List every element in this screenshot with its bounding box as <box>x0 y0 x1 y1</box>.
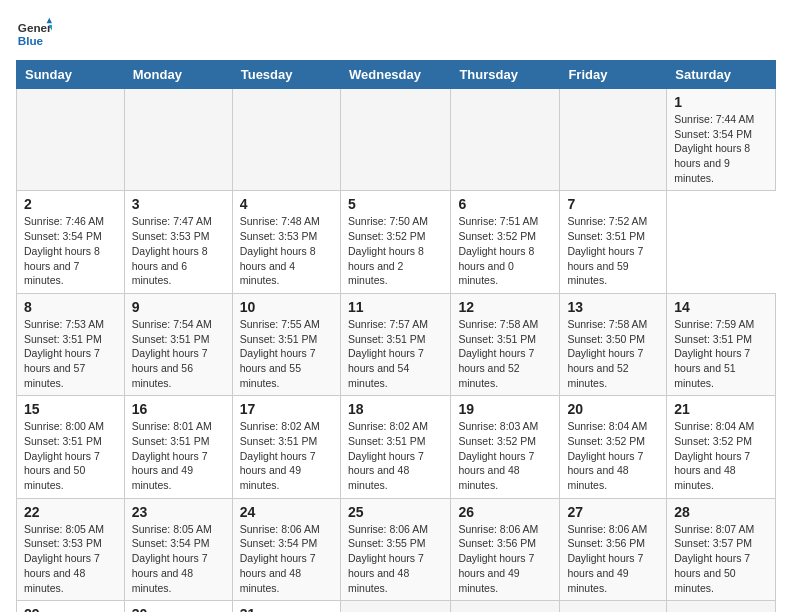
calendar-day: 7 Sunrise: 7:52 AMSunset: 3:51 PMDayligh… <box>560 191 667 293</box>
day-info: Sunrise: 7:50 AMSunset: 3:52 PMDaylight … <box>348 215 428 286</box>
day-number: 6 <box>458 196 552 212</box>
calendar-day: 22 Sunrise: 8:05 AMSunset: 3:53 PMDaylig… <box>17 498 125 600</box>
logo-icon: General Blue <box>16 16 52 52</box>
calendar-day: 13 Sunrise: 7:58 AMSunset: 3:50 PMDaylig… <box>560 293 667 395</box>
calendar-week: 2 Sunrise: 7:46 AMSunset: 3:54 PMDayligh… <box>17 191 776 293</box>
header-row: SundayMondayTuesdayWednesdayThursdayFrid… <box>17 61 776 89</box>
calendar-day: 4 Sunrise: 7:48 AMSunset: 3:53 PMDayligh… <box>232 191 340 293</box>
calendar-day: 14 Sunrise: 7:59 AMSunset: 3:51 PMDaylig… <box>667 293 776 395</box>
calendar-day: 3 Sunrise: 7:47 AMSunset: 3:53 PMDayligh… <box>124 191 232 293</box>
calendar-week: 8 Sunrise: 7:53 AMSunset: 3:51 PMDayligh… <box>17 293 776 395</box>
day-info: Sunrise: 7:57 AMSunset: 3:51 PMDaylight … <box>348 318 428 389</box>
day-number: 2 <box>24 196 117 212</box>
calendar-day: 23 Sunrise: 8:05 AMSunset: 3:54 PMDaylig… <box>124 498 232 600</box>
day-number: 30 <box>132 606 225 612</box>
day-number: 22 <box>24 504 117 520</box>
col-header-monday: Monday <box>124 61 232 89</box>
day-info: Sunrise: 8:04 AMSunset: 3:52 PMDaylight … <box>567 420 647 491</box>
header: General Blue <box>16 16 776 52</box>
col-header-sunday: Sunday <box>17 61 125 89</box>
col-header-saturday: Saturday <box>667 61 776 89</box>
calendar-body: 1 Sunrise: 7:44 AMSunset: 3:54 PMDayligh… <box>17 89 776 613</box>
day-number: 15 <box>24 401 117 417</box>
day-number: 21 <box>674 401 768 417</box>
calendar-day: 16 Sunrise: 8:01 AMSunset: 3:51 PMDaylig… <box>124 396 232 498</box>
calendar-day: 30 Sunrise: 8:07 AMSunset: 3:59 PMDaylig… <box>124 601 232 612</box>
day-info: Sunrise: 8:02 AMSunset: 3:51 PMDaylight … <box>240 420 320 491</box>
calendar-day: 17 Sunrise: 8:02 AMSunset: 3:51 PMDaylig… <box>232 396 340 498</box>
day-number: 17 <box>240 401 333 417</box>
calendar-day: 8 Sunrise: 7:53 AMSunset: 3:51 PMDayligh… <box>17 293 125 395</box>
day-number: 3 <box>132 196 225 212</box>
day-info: Sunrise: 8:05 AMSunset: 3:54 PMDaylight … <box>132 523 212 594</box>
day-info: Sunrise: 7:46 AMSunset: 3:54 PMDaylight … <box>24 215 104 286</box>
calendar-day: 20 Sunrise: 8:04 AMSunset: 3:52 PMDaylig… <box>560 396 667 498</box>
empty-cell <box>17 89 125 191</box>
empty-cell <box>560 601 667 612</box>
day-number: 18 <box>348 401 443 417</box>
col-header-wednesday: Wednesday <box>340 61 450 89</box>
empty-cell <box>451 89 560 191</box>
day-info: Sunrise: 7:58 AMSunset: 3:51 PMDaylight … <box>458 318 538 389</box>
day-number: 9 <box>132 299 225 315</box>
day-info: Sunrise: 7:44 AMSunset: 3:54 PMDaylight … <box>674 113 754 184</box>
day-info: Sunrise: 8:01 AMSunset: 3:51 PMDaylight … <box>132 420 212 491</box>
day-number: 20 <box>567 401 659 417</box>
col-header-thursday: Thursday <box>451 61 560 89</box>
calendar-header: SundayMondayTuesdayWednesdayThursdayFrid… <box>17 61 776 89</box>
calendar-day: 2 Sunrise: 7:46 AMSunset: 3:54 PMDayligh… <box>17 191 125 293</box>
day-number: 1 <box>674 94 768 110</box>
empty-cell <box>451 601 560 612</box>
day-number: 5 <box>348 196 443 212</box>
day-number: 19 <box>458 401 552 417</box>
day-number: 29 <box>24 606 117 612</box>
day-number: 11 <box>348 299 443 315</box>
day-info: Sunrise: 7:52 AMSunset: 3:51 PMDaylight … <box>567 215 647 286</box>
day-info: Sunrise: 7:58 AMSunset: 3:50 PMDaylight … <box>567 318 647 389</box>
calendar-day: 11 Sunrise: 7:57 AMSunset: 3:51 PMDaylig… <box>340 293 450 395</box>
empty-cell <box>667 601 776 612</box>
empty-cell <box>124 89 232 191</box>
calendar-day: 26 Sunrise: 8:06 AMSunset: 3:56 PMDaylig… <box>451 498 560 600</box>
calendar-day: 6 Sunrise: 7:51 AMSunset: 3:52 PMDayligh… <box>451 191 560 293</box>
svg-text:Blue: Blue <box>18 34 44 47</box>
calendar-day: 31 Sunrise: 8:07 AMSunset: 4:00 PMDaylig… <box>232 601 340 612</box>
day-info: Sunrise: 8:05 AMSunset: 3:53 PMDaylight … <box>24 523 104 594</box>
calendar-day: 18 Sunrise: 8:02 AMSunset: 3:51 PMDaylig… <box>340 396 450 498</box>
day-number: 8 <box>24 299 117 315</box>
empty-cell <box>340 89 450 191</box>
day-info: Sunrise: 7:53 AMSunset: 3:51 PMDaylight … <box>24 318 104 389</box>
day-number: 25 <box>348 504 443 520</box>
calendar-day: 19 Sunrise: 8:03 AMSunset: 3:52 PMDaylig… <box>451 396 560 498</box>
calendar-day: 1 Sunrise: 7:44 AMSunset: 3:54 PMDayligh… <box>667 89 776 191</box>
day-number: 4 <box>240 196 333 212</box>
day-number: 23 <box>132 504 225 520</box>
day-info: Sunrise: 8:04 AMSunset: 3:52 PMDaylight … <box>674 420 754 491</box>
day-info: Sunrise: 7:59 AMSunset: 3:51 PMDaylight … <box>674 318 754 389</box>
day-number: 28 <box>674 504 768 520</box>
calendar-week: 1 Sunrise: 7:44 AMSunset: 3:54 PMDayligh… <box>17 89 776 191</box>
day-number: 24 <box>240 504 333 520</box>
col-header-friday: Friday <box>560 61 667 89</box>
day-info: Sunrise: 8:06 AMSunset: 3:56 PMDaylight … <box>567 523 647 594</box>
day-info: Sunrise: 7:48 AMSunset: 3:53 PMDaylight … <box>240 215 320 286</box>
day-info: Sunrise: 8:00 AMSunset: 3:51 PMDaylight … <box>24 420 104 491</box>
day-info: Sunrise: 7:55 AMSunset: 3:51 PMDaylight … <box>240 318 320 389</box>
calendar-day: 12 Sunrise: 7:58 AMSunset: 3:51 PMDaylig… <box>451 293 560 395</box>
calendar-table: SundayMondayTuesdayWednesdayThursdayFrid… <box>16 60 776 612</box>
day-info: Sunrise: 7:54 AMSunset: 3:51 PMDaylight … <box>132 318 212 389</box>
calendar-day: 10 Sunrise: 7:55 AMSunset: 3:51 PMDaylig… <box>232 293 340 395</box>
day-info: Sunrise: 8:06 AMSunset: 3:54 PMDaylight … <box>240 523 320 594</box>
day-number: 31 <box>240 606 333 612</box>
calendar-day: 29 Sunrise: 8:07 AMSunset: 3:58 PMDaylig… <box>17 601 125 612</box>
calendar-day: 24 Sunrise: 8:06 AMSunset: 3:54 PMDaylig… <box>232 498 340 600</box>
calendar-week: 15 Sunrise: 8:00 AMSunset: 3:51 PMDaylig… <box>17 396 776 498</box>
day-number: 7 <box>567 196 659 212</box>
empty-cell <box>560 89 667 191</box>
col-header-tuesday: Tuesday <box>232 61 340 89</box>
day-number: 10 <box>240 299 333 315</box>
logo: General Blue <box>16 16 52 52</box>
calendar-day: 5 Sunrise: 7:50 AMSunset: 3:52 PMDayligh… <box>340 191 450 293</box>
day-info: Sunrise: 7:47 AMSunset: 3:53 PMDaylight … <box>132 215 212 286</box>
day-info: Sunrise: 8:07 AMSunset: 3:57 PMDaylight … <box>674 523 754 594</box>
